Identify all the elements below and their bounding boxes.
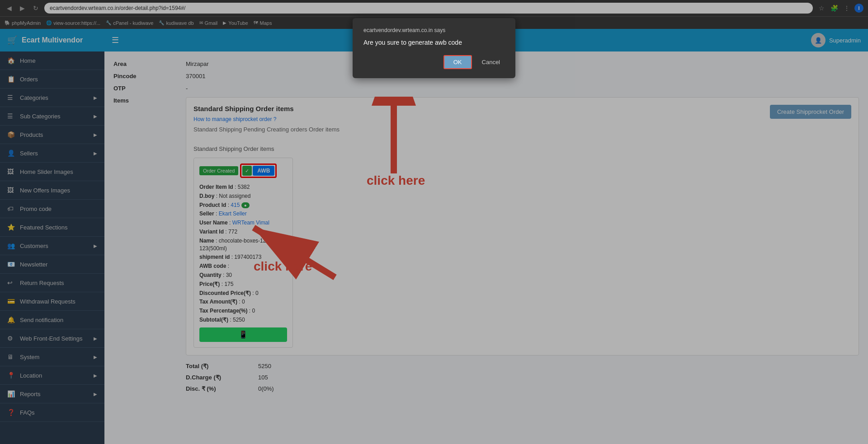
dialog-overlay: ecartvendordev.wrteam.co.in says Are you… [0, 0, 868, 444]
dialog-message: Are you sure to generate awb code [363, 39, 505, 46]
dialog-box: ecartvendordev.wrteam.co.in says Are you… [353, 18, 515, 78]
dialog-buttons: OK Cancel [363, 55, 505, 69]
dialog-cancel-button[interactable]: Cancel [477, 55, 505, 69]
dialog-title: ecartvendordev.wrteam.co.in says [363, 27, 505, 33]
dialog-ok-button[interactable]: OK [443, 55, 472, 69]
